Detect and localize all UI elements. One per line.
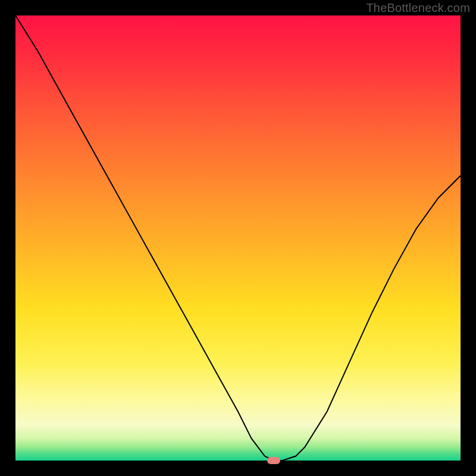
- bottleneck-curve: [15, 15, 461, 461]
- plot-area: [15, 15, 461, 461]
- curve-svg: [15, 15, 461, 461]
- chart-frame: TheBottleneck.com: [0, 0, 476, 476]
- optimal-marker: [267, 457, 280, 464]
- watermark-text: TheBottleneck.com: [366, 1, 470, 15]
